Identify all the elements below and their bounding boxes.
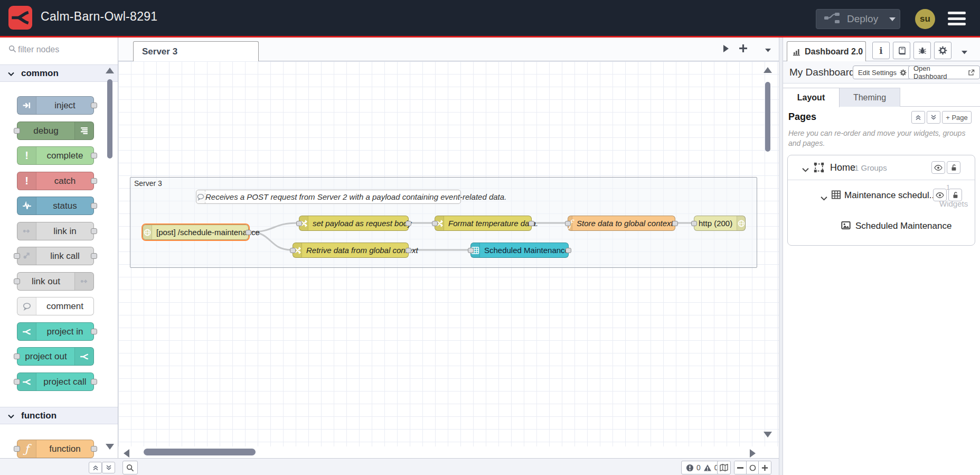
input-port[interactable] bbox=[432, 221, 438, 226]
tree-row-page-home[interactable]: Home 1 Groups bbox=[788, 155, 975, 180]
palette-node-project-call[interactable]: project call bbox=[17, 372, 94, 391]
output-port[interactable] bbox=[246, 230, 251, 235]
output-port[interactable] bbox=[672, 221, 678, 226]
deploy-options-caret-icon[interactable] bbox=[889, 14, 896, 24]
input-port[interactable] bbox=[14, 278, 20, 284]
palette-node-status[interactable]: status bbox=[17, 197, 94, 215]
lock-toggle-button[interactable] bbox=[948, 189, 962, 201]
input-port[interactable] bbox=[691, 221, 697, 226]
node-red-logo-icon bbox=[8, 6, 32, 30]
input-port[interactable] bbox=[468, 248, 474, 253]
expand-all-categories-button[interactable] bbox=[102, 462, 115, 473]
flow-tab-server-3[interactable]: Server 3 bbox=[133, 41, 259, 61]
palette-node-link-in[interactable]: link in bbox=[17, 222, 94, 240]
collapse-all-pages-button[interactable] bbox=[911, 111, 925, 124]
lock-toggle-button[interactable] bbox=[947, 161, 960, 174]
input-port[interactable] bbox=[14, 379, 20, 385]
input-port[interactable] bbox=[565, 221, 571, 226]
canvas-hscrollbar-thumb[interactable] bbox=[144, 449, 256, 455]
config-nodes-tab-button[interactable] bbox=[934, 42, 951, 59]
deploy-button[interactable]: Deploy bbox=[816, 9, 900, 29]
main-menu-icon[interactable] bbox=[948, 12, 966, 25]
debug-tab-button[interactable] bbox=[913, 42, 931, 59]
navigator-toggle-button[interactable] bbox=[717, 461, 731, 474]
palette-node-inject[interactable]: inject bbox=[17, 96, 94, 115]
chevron-down-icon[interactable] bbox=[821, 193, 827, 203]
output-port[interactable] bbox=[91, 103, 97, 108]
palette-node-link-call[interactable]: link call bbox=[17, 247, 94, 265]
input-port[interactable] bbox=[14, 128, 20, 134]
palette-node-comment[interactable]: comment bbox=[17, 297, 94, 315]
change-node-set-payload[interactable]: set payload as request body bbox=[299, 216, 409, 231]
flow-workspace[interactable]: Server 3 Receives a POST request from Se… bbox=[118, 61, 779, 446]
output-port[interactable] bbox=[91, 203, 97, 209]
palette-category-common[interactable]: common bbox=[0, 64, 118, 82]
palette-node-project-out[interactable]: project out bbox=[17, 347, 94, 366]
canvas-scroll-down-icon[interactable] bbox=[764, 432, 772, 437]
output-port[interactable] bbox=[529, 221, 534, 226]
sidebar-options-caret-icon[interactable] bbox=[961, 47, 968, 57]
visibility-toggle-button[interactable] bbox=[931, 161, 945, 174]
output-port[interactable] bbox=[566, 248, 571, 253]
input-port[interactable] bbox=[296, 221, 302, 226]
palette-category-function[interactable]: function bbox=[0, 407, 118, 424]
expand-all-pages-button[interactable] bbox=[927, 111, 940, 124]
tab-layout[interactable]: Layout bbox=[783, 88, 840, 107]
palette-scrollbar-thumb[interactable] bbox=[107, 79, 112, 159]
add-page-button[interactable]: + Page bbox=[942, 111, 972, 124]
canvas-scroll-right-icon[interactable] bbox=[750, 449, 756, 458]
tab-scroll-right-icon[interactable] bbox=[722, 44, 729, 55]
tree-row-group-maintenance[interactable]: 1 Widgets Maintenance schedul... bbox=[788, 180, 975, 211]
palette-scroll-down-icon[interactable] bbox=[106, 444, 114, 450]
ui-table-node[interactable]: Scheduled Maintenance bbox=[470, 243, 569, 258]
palette-node-complete[interactable]: ! complete bbox=[17, 146, 94, 165]
input-port[interactable] bbox=[14, 353, 20, 359]
tab-theming[interactable]: Theming bbox=[840, 88, 900, 107]
function-node-store-global[interactable]: ƒ Store data to global context bbox=[568, 216, 675, 231]
palette-node-debug[interactable]: debug bbox=[17, 122, 94, 140]
palette-node-catch[interactable]: ! catch bbox=[17, 172, 94, 190]
user-avatar[interactable]: su bbox=[915, 9, 935, 29]
canvas-vscrollbar-thumb[interactable] bbox=[765, 82, 770, 152]
visibility-toggle-button[interactable] bbox=[933, 189, 947, 201]
edit-settings-button[interactable]: Edit Settings bbox=[853, 66, 912, 79]
info-tab-button[interactable]: i bbox=[872, 42, 890, 59]
palette-filter-input[interactable] bbox=[18, 42, 113, 57]
sidebar-splitter[interactable] bbox=[779, 38, 783, 475]
http-response-node[interactable]: http (200) bbox=[694, 216, 746, 231]
open-dashboard-button[interactable]: Open Dashboard bbox=[908, 66, 980, 79]
canvas-scroll-up-icon[interactable] bbox=[764, 67, 772, 73]
canvas-scroll-left-icon[interactable] bbox=[124, 449, 129, 458]
collapse-all-categories-button[interactable] bbox=[89, 462, 102, 473]
flow-list-caret-icon[interactable] bbox=[765, 45, 771, 54]
zoom-out-button[interactable] bbox=[734, 461, 747, 474]
search-flows-button[interactable] bbox=[123, 461, 138, 474]
palette-scroll-up-icon[interactable] bbox=[106, 68, 114, 73]
input-port[interactable] bbox=[14, 253, 20, 259]
input-port[interactable] bbox=[14, 446, 20, 452]
help-tab-button[interactable] bbox=[893, 42, 910, 59]
zoom-reset-button[interactable] bbox=[747, 461, 759, 474]
palette-node-link-out[interactable]: link out bbox=[17, 272, 94, 291]
output-port[interactable] bbox=[91, 379, 97, 385]
add-flow-button[interactable] bbox=[739, 44, 748, 55]
output-port[interactable] bbox=[91, 329, 97, 334]
change-node-format-temperature[interactable]: Format temperature data. bbox=[435, 216, 532, 231]
palette-node-function[interactable]: ƒ function bbox=[17, 440, 94, 458]
http-in-node[interactable]: [post] /schedule-maintenance bbox=[143, 225, 249, 240]
output-port[interactable] bbox=[91, 446, 97, 452]
output-port[interactable] bbox=[91, 178, 97, 184]
palette-node-project-in[interactable]: project in bbox=[17, 322, 94, 341]
change-node-retrieve-global[interactable]: Retrive data from global context bbox=[293, 243, 409, 258]
zoom-in-button[interactable] bbox=[759, 461, 771, 474]
output-port[interactable] bbox=[91, 228, 97, 234]
chevron-down-icon[interactable] bbox=[802, 165, 809, 174]
output-port[interactable] bbox=[91, 253, 97, 259]
output-port[interactable] bbox=[406, 248, 411, 253]
sidebar-tab-dashboard[interactable]: Dashboard 2.0 bbox=[787, 41, 866, 61]
output-port[interactable] bbox=[406, 221, 411, 226]
input-port[interactable] bbox=[290, 248, 296, 253]
output-port[interactable] bbox=[91, 153, 97, 159]
comment-node[interactable]: Receives a POST request from Server 2 wi… bbox=[196, 190, 461, 204]
tree-row-widget-scheduled-maintenance[interactable]: Scheduled Maintenance bbox=[788, 211, 975, 241]
